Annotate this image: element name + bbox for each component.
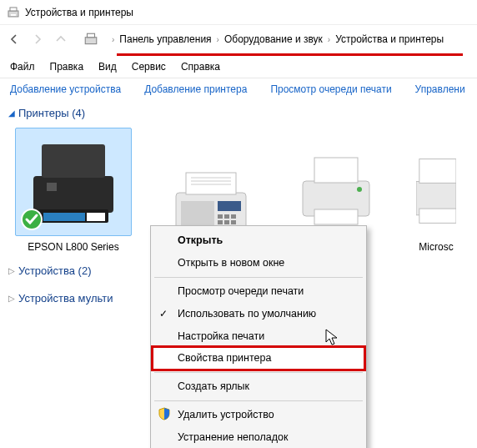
device-microsoft[interactable]: Microsc <box>415 144 457 253</box>
ctx-view-queue[interactable]: Просмотр очереди печати <box>153 280 364 303</box>
navbar: › Панель управления › Оборудование и зву… <box>0 25 477 53</box>
address-icon <box>83 32 98 47</box>
svg-rect-2 <box>11 14 16 16</box>
svg-rect-19 <box>218 214 223 219</box>
devices-printers-icon <box>7 6 20 19</box>
crumb-devices-printers[interactable]: Устройства и принтеры <box>335 33 444 45</box>
shield-delete-icon <box>158 407 171 420</box>
device-thumb <box>415 144 457 236</box>
svg-rect-13 <box>186 173 236 194</box>
device-thumb <box>290 144 382 236</box>
context-menu: Открыть Открыть в новом окне Просмотр оч… <box>150 225 367 448</box>
ctx-open-new-window[interactable]: Открыть в новом окне <box>153 252 364 274</box>
ctx-create-shortcut[interactable]: Создать ярлык <box>153 375 364 398</box>
svg-rect-20 <box>224 214 229 219</box>
ctx-set-default-label: Использовать по умолчанию <box>178 308 316 320</box>
check-icon: ✓ <box>159 307 168 320</box>
crumb-control-panel[interactable]: Панель управления <box>119 33 211 45</box>
section-devices-label: Устройства (2) <box>18 264 92 277</box>
chevron-right-icon: ▷ <box>8 294 15 303</box>
svg-rect-6 <box>42 144 105 178</box>
menu-separator <box>154 372 363 373</box>
up-button[interactable] <box>53 32 68 47</box>
toolbar-manage[interactable]: Управлени <box>415 83 465 95</box>
chevron-right-icon: › <box>112 35 114 44</box>
svg-rect-1 <box>10 8 17 11</box>
svg-rect-17 <box>181 201 214 226</box>
menu-help[interactable]: Справка <box>181 61 220 73</box>
chevron-down-icon: ◢ <box>8 108 15 118</box>
svg-rect-24 <box>231 220 236 224</box>
forward-button[interactable] <box>30 32 45 47</box>
section-printers[interactable]: ◢ Принтеры (4) <box>0 103 477 123</box>
svg-rect-9 <box>87 213 105 221</box>
chevron-right-icon: › <box>217 35 219 44</box>
svg-rect-10 <box>47 183 57 191</box>
svg-rect-4 <box>88 33 95 38</box>
ctx-delete-device[interactable]: Удалить устройство <box>153 404 364 426</box>
annotation-underline <box>117 53 463 56</box>
section-multimedia-label: Устройства мульти <box>18 292 113 305</box>
svg-rect-23 <box>224 220 229 224</box>
titlebar: Устройства и принтеры <box>0 0 477 25</box>
menu-view[interactable]: Вид <box>98 61 117 73</box>
svg-rect-31 <box>419 209 456 223</box>
printer-icon <box>416 151 456 230</box>
svg-rect-27 <box>314 209 358 224</box>
menu-edit[interactable]: Правка <box>50 61 84 73</box>
svg-point-28 <box>357 187 362 192</box>
window-title: Устройства и принтеры <box>25 7 133 18</box>
menu-file[interactable]: Файл <box>10 61 35 73</box>
printer-icon <box>294 151 378 230</box>
device-label: EPSON L800 Series <box>15 241 132 253</box>
svg-rect-18 <box>218 201 241 211</box>
toolbar-add-printer[interactable]: Добавление принтера <box>144 83 247 95</box>
ctx-set-default[interactable]: ✓ Использовать по умолчанию <box>153 303 364 325</box>
section-printers-label: Принтеры (4) <box>18 107 85 119</box>
device-epson-l800[interactable]: EPSON L800 Series <box>15 128 132 253</box>
svg-rect-22 <box>218 220 223 224</box>
svg-rect-8 <box>43 213 85 221</box>
crumb-hardware-sound[interactable]: Оборудование и звук <box>224 33 323 45</box>
svg-rect-30 <box>419 159 456 183</box>
toolbar: Добавление устройства Добавление принтер… <box>0 78 477 103</box>
ctx-delete-device-label: Удалить устройство <box>178 409 274 420</box>
chevron-right-icon: › <box>328 35 330 44</box>
ctx-troubleshoot[interactable]: Устранение неполадок <box>153 426 364 448</box>
back-button[interactable] <box>7 32 22 47</box>
device-thumb <box>15 128 132 236</box>
ctx-printer-properties[interactable]: Свойства принтера <box>153 347 364 370</box>
svg-rect-26 <box>314 158 358 183</box>
svg-rect-21 <box>231 214 236 219</box>
default-check-icon <box>21 209 43 230</box>
menu-separator <box>154 277 363 278</box>
svg-rect-3 <box>85 38 97 44</box>
toolbar-add-device[interactable]: Добавление устройства <box>10 83 121 95</box>
toolbar-view-queue[interactable]: Просмотр очереди печати <box>270 83 391 95</box>
device-label: Microsc <box>415 241 457 253</box>
menu-separator <box>154 400 363 401</box>
menubar: Файл Правка Вид Сервис Справка <box>0 58 477 78</box>
ctx-print-setup[interactable]: Настройка печати <box>153 325 364 348</box>
ctx-open[interactable]: Открыть <box>153 229 364 252</box>
menu-service[interactable]: Сервис <box>132 61 166 73</box>
chevron-right-icon: ▷ <box>8 266 15 275</box>
breadcrumb: › Панель управления › Оборудование и зву… <box>110 33 444 45</box>
svg-rect-5 <box>33 176 113 213</box>
